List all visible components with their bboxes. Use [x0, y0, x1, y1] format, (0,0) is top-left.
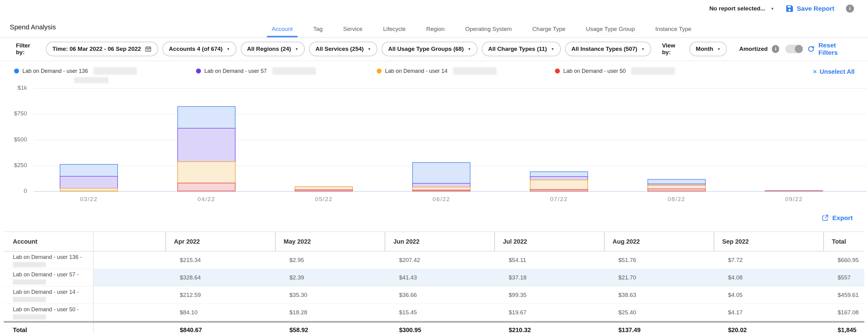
tab-region[interactable]: Region [426, 26, 445, 37]
tab-operating-system[interactable]: Operating System [465, 26, 513, 37]
time-filter-pill[interactable]: Time: 06 Mar 2022 - 06 Sep 2022 [46, 42, 158, 56]
value-cell: $4.17 [714, 304, 824, 322]
value-cell: $660.95 [824, 251, 864, 269]
value-cell: $25.40 [604, 304, 714, 322]
amortized-toggle[interactable] [785, 45, 803, 53]
stacked-bar-09-22[interactable] [765, 190, 823, 191]
legend-item-lab-on-demand-user-14[interactable]: Lab on Demand - user 14 [377, 67, 496, 75]
value-cell: $7.72 [714, 251, 824, 269]
total-value-cell: $840.67 [166, 322, 275, 333]
x-axis-tick-label: 06/22 [420, 196, 463, 203]
filter-pill-label: Accounts 4 (of 674) [169, 45, 222, 52]
tab-lifecycle[interactable]: Lifecycle [382, 26, 406, 37]
column-header-total[interactable]: Total [824, 232, 864, 251]
legend-item-lab-on-demand-user-57[interactable]: Lab on Demand - user 57 [196, 67, 316, 75]
save-report-label: Save Report [797, 5, 834, 12]
legend-label: Lab on Demand - user 14 [385, 68, 447, 74]
filter-pill-all-instance-types-507[interactable]: All Instance Types (507)▼ [565, 42, 651, 56]
value-cell: $4.08 [714, 269, 824, 287]
save-report-button[interactable]: Save Report [785, 5, 834, 12]
bar-segment-blue [177, 106, 236, 129]
column-header-sep-2022[interactable]: Sep 2022 [714, 232, 824, 251]
reset-filters-button[interactable]: Reset Filters [807, 42, 853, 56]
stacked-bar-06-22[interactable] [412, 162, 470, 191]
tab-usage-type-group[interactable]: Usage Type Group [585, 26, 635, 37]
stacked-bar-07-22[interactable] [530, 171, 588, 191]
toggle-knob [795, 45, 803, 53]
info-icon[interactable]: i [846, 5, 854, 12]
filter-pill-label: All Regions (24) [247, 45, 291, 52]
x-axis-tick-label: 05/22 [302, 196, 345, 203]
account-cell: Lab on Demand - user 136 - [4, 251, 93, 269]
filter-pill-all-charge-types-11[interactable]: All Charge Types (11)▼ [482, 42, 561, 56]
y-axis-tick-label: $750 [0, 110, 27, 117]
tab-instance-type[interactable]: Instance Type [654, 26, 692, 37]
value-cell: $557 [824, 269, 864, 287]
account-name: Lab on Demand - user 50 - [13, 306, 93, 313]
redacted-text [13, 262, 46, 267]
view-by-pill[interactable]: Month ▼ [689, 42, 727, 56]
value-cell: $328.64 [166, 269, 275, 287]
gridline [34, 191, 867, 192]
column-header-jun-2022[interactable]: Jun 2022 [385, 232, 495, 251]
column-header-jul-2022[interactable]: Jul 2022 [495, 232, 604, 251]
bar-segment-orange [530, 180, 588, 190]
legend-item-lab-on-demand-user-136[interactable]: Lab on Demand - user 136 [14, 67, 137, 85]
column-header-may-2022[interactable]: May 2022 [275, 232, 385, 251]
stacked-bar-04-22[interactable] [177, 106, 236, 191]
filter-pill-accounts-4-of-674[interactable]: Accounts 4 (of 674)▼ [162, 42, 236, 56]
total-value-cell: $20.02 [714, 322, 824, 333]
y-axis-tick-label: $1k [0, 85, 27, 91]
total-value-cell: $58.92 [275, 322, 385, 333]
column-header-account[interactable]: Account [4, 232, 93, 251]
reset-filters-label: Reset Filters [818, 42, 853, 56]
value-cell: $459.61 [824, 287, 864, 304]
export-icon [822, 214, 829, 222]
spacer-cell [93, 322, 166, 333]
total-value-cell: $1,845 [824, 322, 864, 333]
export-button[interactable]: Export [822, 214, 853, 222]
filter-pill-all-services-254[interactable]: All Services (254)▼ [309, 42, 377, 56]
value-cell: $35.30 [275, 287, 385, 304]
filter-pill-all-usage-type-groups-68[interactable]: All Usage Type Groups (68)▼ [382, 42, 477, 56]
legend-item-lab-on-demand-user-50[interactable]: Lab on Demand - user 50 [555, 67, 675, 75]
tab-tag[interactable]: Tag [313, 26, 323, 37]
column-header-apr-2022[interactable]: Apr 2022 [166, 232, 275, 251]
view-by-value: Month [696, 45, 713, 52]
spend-table: AccountApr 2022May 2022Jun 2022Jul 2022A… [4, 231, 864, 333]
tabs: AccountTagServiceLifecycleRegionOperatin… [271, 26, 692, 37]
tab-service[interactable]: Service [342, 26, 363, 37]
spacer-cell [93, 287, 166, 304]
title-tabs-bar: Spend Analysis AccountTagServiceLifecycl… [0, 17, 868, 38]
stacked-bar-05-22[interactable] [294, 187, 353, 191]
filter-pill-label: All Usage Type Groups (68) [388, 45, 464, 52]
filter-by-label: Filter by: [16, 42, 39, 56]
legend-color-dot [377, 69, 382, 73]
unselect-all-button[interactable]: × Unselect All [812, 68, 855, 75]
value-cell: $84.10 [166, 304, 275, 322]
bar-segment-blue [412, 162, 470, 184]
calendar-icon [145, 45, 152, 52]
value-cell: $38.63 [604, 287, 714, 304]
tab-account[interactable]: Account [271, 26, 293, 37]
total-value-cell: $300.95 [385, 322, 495, 333]
chart-legend: Lab on Demand - user 136Lab on Demand - … [0, 61, 868, 82]
amortized-info-icon[interactable]: i [772, 45, 779, 53]
value-cell: $36.66 [385, 287, 495, 304]
gridline [34, 140, 867, 140]
x-axis-tick-label: 09/22 [772, 196, 815, 203]
x-axis-tick-label: 08/22 [655, 196, 698, 203]
caret-down-icon: ▼ [295, 47, 298, 51]
value-cell: $2.95 [275, 251, 385, 269]
account-cell: Lab on Demand - user 50 - [4, 304, 93, 322]
tab-charge-type[interactable]: Charge Type [532, 26, 566, 37]
value-cell: $54.11 [495, 251, 604, 269]
column-header-aug-2022[interactable]: Aug 2022 [604, 232, 714, 251]
filter-pill-all-regions-24[interactable]: All Regions (24)▼ [241, 42, 305, 56]
topbar: No report selected... ▼ Save Report i [0, 0, 868, 17]
stacked-bar-08-22[interactable] [648, 179, 706, 191]
stacked-bar-03-22[interactable] [60, 164, 118, 191]
spacer-cell [93, 251, 166, 269]
report-selector-dropdown[interactable]: No report selected... ▼ [709, 5, 774, 12]
bar-segment-purple [60, 176, 118, 189]
